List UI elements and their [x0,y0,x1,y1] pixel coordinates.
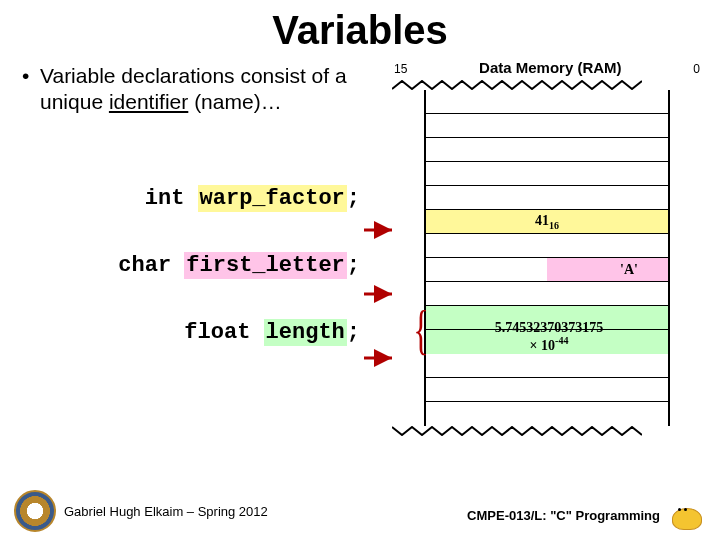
bullet-text-underlined: identifier [109,90,188,113]
ram-int-value: 4116 [535,213,559,231]
zigzag-top [392,80,642,90]
footer-left: Gabriel Hugh Elkaim – Spring 2012 [14,490,268,532]
keyword-int: int [145,186,198,211]
arrow-char [364,287,398,305]
ram-row-char: 'A' [426,258,668,282]
ram-char-value: 'A' [620,262,638,278]
ram-float-group: { 5.74532370373175 × 10-44 [426,306,668,354]
bullet-point: Variable declarations consist of a uniqu… [40,63,360,116]
ram-row-empty [426,354,668,378]
ram-row-empty [426,234,668,258]
bullet-text-post: (name)… [188,90,281,113]
ram-row-empty [426,114,668,138]
ram-float-mantissa: 5.74532370373175 [495,320,604,335]
ram-row-empty [426,378,668,402]
ram-row-empty [426,138,668,162]
ram-float-exp-pre: × 10 [530,338,555,353]
ram-diagram: 15 Data Memory (RAM) 0 4116 'A' [394,59,700,436]
footer: Gabriel Hugh Elkaim – Spring 2012 CMPE-0… [0,490,720,532]
keyword-float: float [184,320,263,345]
ram-float-exp-sup: -44 [555,335,568,346]
ram-row-empty [426,282,668,306]
ram-header: 15 Data Memory (RAM) 0 [394,59,700,80]
identifier-length: length [264,319,347,346]
footer-course: CMPE-013/L: "C" Programming [467,508,660,523]
ram-float-value: 5.74532370373175 × 10-44 [426,320,672,353]
ram-bit-0: 0 [693,62,700,76]
left-column: Variable declarations consist of a uniqu… [20,63,370,436]
ram-header-label: Data Memory (RAM) [479,59,622,76]
ram-bit-15: 15 [394,62,407,76]
code-line-char: char first_letter; [20,253,360,278]
code-line-float: float length; [20,320,360,345]
ram-row-empty [426,162,668,186]
ram-box: 4116 'A' { 5.74532370373175 × 10-44 [424,90,670,426]
page-title: Variables [0,8,720,53]
ram-int-main: 41 [535,213,549,228]
mascot-slug-icon [668,498,706,532]
arrow-float [364,351,398,369]
footer-right: CMPE-013/L: "C" Programming [467,498,706,532]
footer-author: Gabriel Hugh Elkaim – Spring 2012 [64,504,268,519]
university-seal-icon [14,490,56,532]
code-line-int: int warp_factor; [20,186,360,211]
right-column: 15 Data Memory (RAM) 0 4116 'A' [370,63,700,436]
semicolon: ; [347,253,360,278]
zigzag-bottom [392,426,642,436]
semicolon: ; [347,320,360,345]
keyword-char: char [118,253,184,278]
identifier-warp-factor: warp_factor [198,185,347,212]
content-area: Variable declarations consist of a uniqu… [0,53,720,436]
ram-row-int: 4116 [426,210,668,234]
identifier-first-letter: first_letter [184,252,346,279]
arrow-int [364,223,398,241]
ram-row-empty [426,186,668,210]
ram-row-empty [426,90,668,114]
ram-int-sub: 16 [549,219,559,230]
semicolon: ; [347,186,360,211]
ram-row-empty [426,402,668,426]
